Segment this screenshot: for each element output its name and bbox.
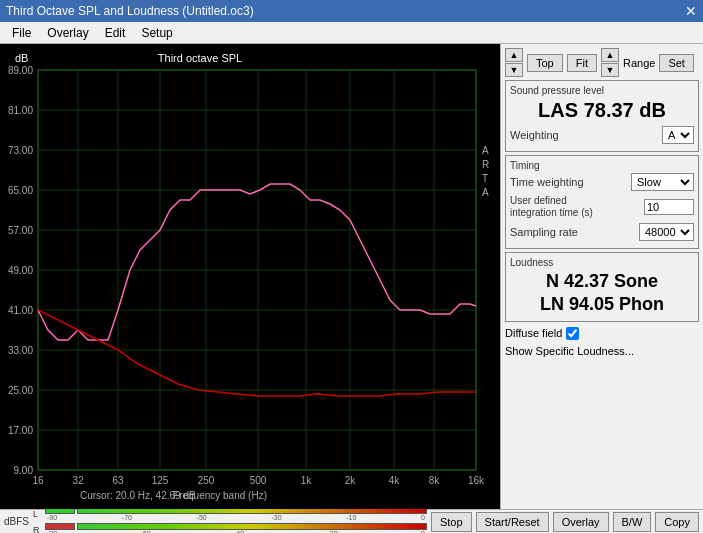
meter-r-label: R: [33, 525, 43, 534]
menu-file[interactable]: File: [4, 24, 39, 42]
menu-setup[interactable]: Setup: [133, 24, 180, 42]
time-weighting-select[interactable]: Slow Fast Impulse: [631, 173, 694, 191]
integration-input[interactable]: 10: [644, 199, 694, 215]
chart-area: Third octave SPL dB A R T A 89.00 81.00 …: [0, 44, 500, 509]
menu-overlay[interactable]: Overlay: [39, 24, 96, 42]
svg-text:dB: dB: [15, 52, 28, 64]
diffuse-row: Diffuse field: [505, 327, 699, 340]
set-button[interactable]: Set: [659, 54, 694, 72]
svg-text:33.00: 33.00: [8, 345, 33, 356]
svg-text:57.00: 57.00: [8, 225, 33, 236]
level-meters: L -90-70-50-30-100 R -90-60-40-200: [33, 507, 427, 534]
svg-text:T: T: [482, 173, 488, 184]
range-label: Range: [623, 57, 655, 69]
start-reset-button[interactable]: Start/Reset: [476, 512, 549, 532]
dbfs-label: dBFS: [4, 516, 29, 527]
title-bar: Third Octave SPL and Loudness (Untitled.…: [0, 0, 703, 22]
loudness-label: Loudness: [510, 257, 694, 268]
svg-text:4k: 4k: [389, 475, 401, 486]
close-button[interactable]: ✕: [685, 4, 697, 18]
menu-edit[interactable]: Edit: [97, 24, 134, 42]
svg-text:17.00: 17.00: [8, 425, 33, 436]
spl-section: Sound pressure level LAS 78.37 dB Weight…: [505, 80, 699, 152]
loudness-n-value: N 42.37 Sone: [510, 270, 694, 293]
spl-value: LAS 78.37 dB: [510, 98, 694, 122]
stop-button[interactable]: Stop: [431, 512, 472, 532]
sampling-row: Sampling rate 48000 44100 96000: [510, 223, 694, 241]
timing-label: Timing: [510, 160, 694, 171]
main-content: Third octave SPL dB A R T A 89.00 81.00 …: [0, 44, 703, 509]
time-weighting-label: Time weighting: [510, 176, 584, 188]
svg-text:32: 32: [72, 475, 84, 486]
svg-text:250: 250: [198, 475, 215, 486]
meter-r-row: R -90-60-40-200: [33, 523, 427, 534]
timing-section: Timing Time weighting Slow Fast Impulse …: [505, 155, 699, 249]
show-specific-row: Show Specific Loudness...: [505, 345, 699, 357]
svg-text:R: R: [482, 159, 489, 170]
right-panel: ▲ ▼ Top Fit ▲ ▼ Range Set Sound pressure…: [500, 44, 703, 509]
top-up-arrow[interactable]: ▲: [505, 48, 523, 62]
svg-text:81.00: 81.00: [8, 105, 33, 116]
time-weighting-row: Time weighting Slow Fast Impulse: [510, 173, 694, 191]
svg-text:2k: 2k: [345, 475, 357, 486]
menu-bar: File Overlay Edit Setup: [0, 22, 703, 44]
weighting-label: Weighting: [510, 129, 559, 141]
integration-row: User defined integration time (s) 10: [510, 195, 694, 219]
window-title: Third Octave SPL and Loudness (Untitled.…: [6, 4, 254, 18]
show-specific-label: Show Specific Loudness...: [505, 345, 634, 357]
top-button[interactable]: Top: [527, 54, 563, 72]
bw-button[interactable]: B/W: [613, 512, 652, 532]
sampling-select[interactable]: 48000 44100 96000: [639, 223, 694, 241]
bottom-bar: dBFS L -90-70-50-30-100 R: [0, 509, 703, 533]
weighting-row: Weighting A B C Z: [510, 126, 694, 144]
weighting-select[interactable]: A B C Z: [662, 126, 694, 144]
svg-text:16: 16: [32, 475, 44, 486]
top-controls-row: ▲ ▼ Top Fit ▲ ▼ Range Set: [505, 48, 699, 77]
diffuse-checkbox[interactable]: [566, 327, 579, 340]
svg-text:9.00: 9.00: [14, 465, 34, 476]
svg-text:63: 63: [112, 475, 124, 486]
svg-text:125: 125: [152, 475, 169, 486]
svg-text:500: 500: [250, 475, 267, 486]
meter-l-label: L: [33, 509, 43, 519]
top-down-arrow[interactable]: ▼: [505, 63, 523, 77]
svg-rect-0: [0, 44, 500, 509]
svg-text:A: A: [482, 145, 489, 156]
svg-text:89.00: 89.00: [8, 65, 33, 76]
copy-button[interactable]: Copy: [655, 512, 699, 532]
top-arrows: ▲ ▼: [505, 48, 523, 77]
loudness-section: Loudness N 42.37 Sone LN 94.05 Phon: [505, 252, 699, 322]
fit-button[interactable]: Fit: [567, 54, 597, 72]
svg-text:A: A: [482, 187, 489, 198]
svg-text:8k: 8k: [429, 475, 441, 486]
integration-label: User defined integration time (s): [510, 195, 610, 219]
diffuse-label: Diffuse field: [505, 327, 562, 339]
svg-text:1k: 1k: [301, 475, 313, 486]
svg-text:41.00: 41.00: [8, 305, 33, 316]
loudness-ln-value: LN 94.05 Phon: [510, 293, 694, 316]
svg-text:65.00: 65.00: [8, 185, 33, 196]
spl-label: Sound pressure level: [510, 85, 694, 96]
svg-text:Third octave SPL: Third octave SPL: [158, 52, 242, 64]
range-up-arrow[interactable]: ▲: [601, 48, 619, 62]
sampling-label: Sampling rate: [510, 226, 578, 238]
svg-text:49.00: 49.00: [8, 265, 33, 276]
svg-text:25.00: 25.00: [8, 385, 33, 396]
range-arrows: ▲ ▼: [601, 48, 619, 77]
overlay-button[interactable]: Overlay: [553, 512, 609, 532]
svg-text:73.00: 73.00: [8, 145, 33, 156]
svg-text:Cursor: 20.0 Hz, 42.69 dB: Cursor: 20.0 Hz, 42.69 dB: [80, 490, 196, 501]
svg-text:16k: 16k: [468, 475, 485, 486]
range-down-arrow[interactable]: ▼: [601, 63, 619, 77]
